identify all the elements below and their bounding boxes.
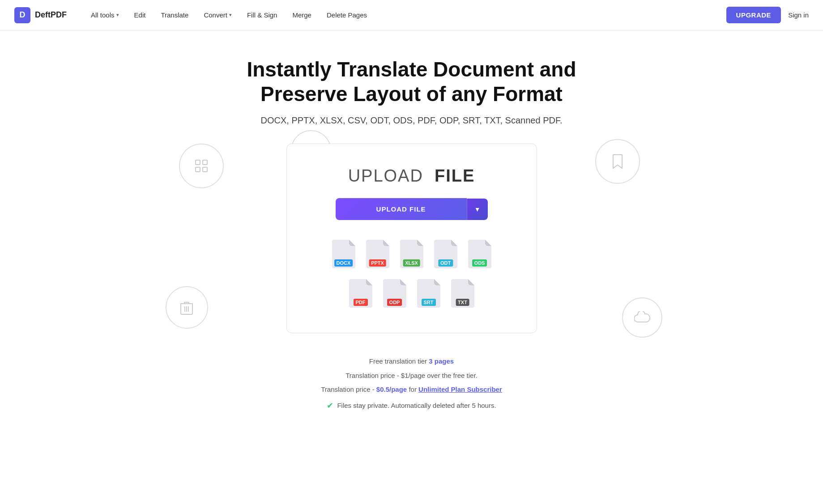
file-icon-txt: TXT: [448, 275, 477, 308]
svg-rect-3: [203, 167, 207, 172]
chevron-down-icon: ▾: [116, 12, 119, 18]
nav-merge[interactable]: Merge: [286, 8, 318, 22]
file-icon-docx: DOCX: [329, 236, 358, 268]
nav-all-tools[interactable]: All tools ▾: [85, 8, 125, 22]
nav-links: All tools ▾ Edit Translate Convert ▾ Fil…: [85, 8, 726, 22]
file-icon-xlsx: XLSX: [397, 236, 426, 268]
svg-rect-0: [196, 160, 200, 165]
info-line-3: Translation price - $0.5/page for Unlimi…: [9, 384, 814, 395]
hero-title: Instantly Translate Document and Preserv…: [210, 57, 613, 106]
dec-circle-grid: [179, 144, 224, 188]
upload-dropdown-arrow[interactable]: ▼: [467, 199, 488, 220]
svg-rect-2: [196, 167, 200, 172]
file-icon-pdf: PDF: [346, 275, 375, 308]
nav-edit[interactable]: Edit: [128, 8, 152, 22]
info-line-1: Free translation tier 3 pages: [9, 356, 814, 367]
dec-circle-cloud: [622, 297, 662, 338]
nav-delete-pages[interactable]: Delete Pages: [320, 8, 373, 22]
file-icon-odt: ODT: [431, 236, 460, 268]
logo-text: DeftPDF: [35, 10, 67, 20]
logo-icon: D: [14, 7, 30, 23]
hero-section: Instantly Translate Document and Preserv…: [0, 30, 823, 342]
dec-circle-bookmark: [595, 139, 640, 184]
chevron-down-icon: ▾: [229, 12, 232, 18]
upload-box: UPLOAD FILE UPLOAD FILE ▼ DOCXPPTXXLSXOD…: [286, 144, 537, 333]
free-pages-link[interactable]: 3 pages: [429, 357, 454, 365]
privacy-note: ✔ Files stay private. Automatically dele…: [9, 401, 814, 411]
nav-translate[interactable]: Translate: [154, 8, 195, 22]
signin-link[interactable]: Sign in: [788, 11, 809, 19]
file-formats-row2: PDFODPSRTTXT: [346, 275, 477, 308]
unlimited-plan-link[interactable]: Unlimited Plan Subscriber: [418, 385, 502, 393]
file-icon-srt: SRT: [414, 275, 443, 308]
nav-convert[interactable]: Convert ▾: [197, 8, 238, 22]
upload-button-group: UPLOAD FILE ▼: [336, 198, 488, 220]
highlight-price: $0.5/page: [376, 385, 407, 393]
logo-area[interactable]: D DeftPDF: [14, 7, 67, 23]
upload-file-button[interactable]: UPLOAD FILE: [336, 198, 467, 220]
dec-circle-delete: [166, 286, 208, 329]
upgrade-button[interactable]: UPGRADE: [726, 7, 781, 23]
file-icon-pptx: PPTX: [363, 236, 392, 268]
navbar: D DeftPDF All tools ▾ Edit Translate Con…: [0, 0, 823, 30]
file-icon-odp: ODP: [380, 275, 409, 308]
nav-right: UPGRADE Sign in: [726, 7, 809, 23]
info-section: Free translation tier 3 pages Translatio…: [0, 342, 823, 415]
upload-section: UPLOAD FILE UPLOAD FILE ▼ DOCXPPTXXLSXOD…: [242, 144, 582, 333]
upload-heading: UPLOAD FILE: [348, 166, 475, 186]
info-line-2: Translation price - $1/page over the fre…: [9, 370, 814, 381]
nav-fill-sign[interactable]: Fill & Sign: [241, 8, 284, 22]
svg-rect-1: [203, 160, 207, 165]
shield-icon: ✔: [327, 401, 333, 411]
file-icon-ods: ODS: [465, 236, 494, 268]
svg-rect-4: [181, 304, 192, 314]
file-formats-row1: DOCXPPTXXLSXODTODS: [329, 236, 494, 268]
hero-subtitle: DOCX, PPTX, XLSX, CSV, ODT, ODS, PDF, OD…: [9, 115, 814, 126]
